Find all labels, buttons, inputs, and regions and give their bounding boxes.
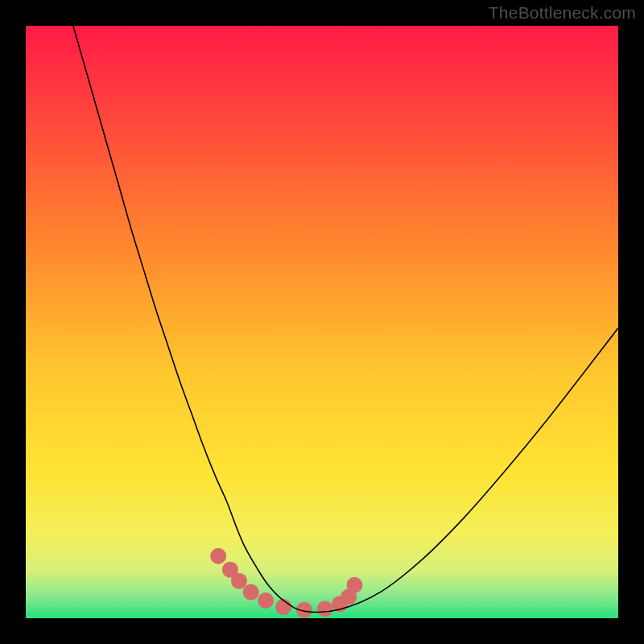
plot-area [26,26,618,618]
gradient-background [26,26,618,618]
watermark-text: TheBottleneck.com [489,3,636,23]
chart-frame: TheBottleneck.com [0,0,644,644]
bottleneck-chart [26,26,618,618]
highlight-marker [258,592,274,609]
highlight-marker [275,599,291,615]
highlight-marker [231,573,247,589]
highlight-marker [317,601,333,617]
highlight-marker [243,584,259,601]
highlight-marker [210,548,226,564]
highlight-marker [346,577,362,593]
